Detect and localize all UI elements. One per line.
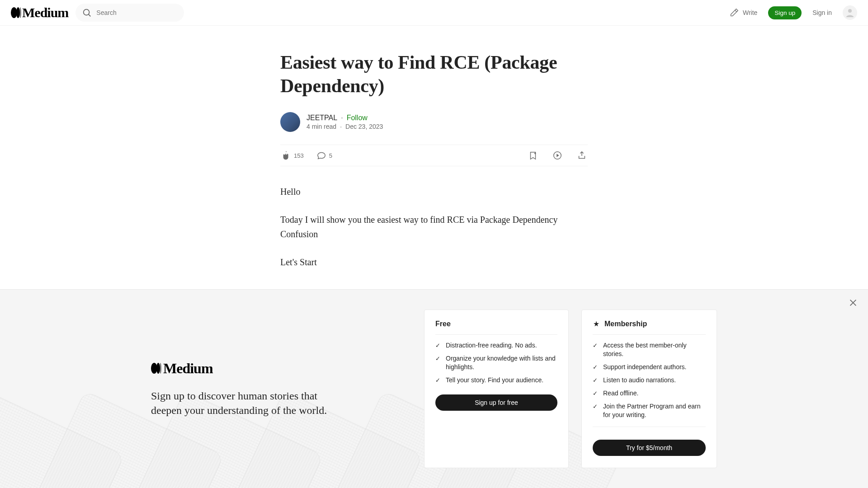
member-plan-title-text: Membership xyxy=(604,320,647,328)
publish-date: Dec 23, 2023 xyxy=(345,123,383,130)
follow-button[interactable]: Follow xyxy=(347,114,368,122)
comment-count: 5 xyxy=(329,152,332,159)
share-button[interactable] xyxy=(577,150,587,160)
modal-logo: Medium xyxy=(151,360,395,377)
read-time: 4 min read xyxy=(307,123,336,130)
svg-point-0 xyxy=(84,9,90,15)
feature-item: Read offline. xyxy=(593,389,706,398)
paragraph: Today I will show you the easiest way to… xyxy=(280,212,588,241)
member-plan-title: Membership xyxy=(593,320,706,335)
separator-dot: · xyxy=(340,123,342,130)
free-plan-title: Free xyxy=(435,320,557,335)
svg-point-2 xyxy=(848,9,852,13)
author-row: JEETPAL · Follow 4 min read · Dec 23, 20… xyxy=(280,112,588,132)
star-icon xyxy=(593,320,600,328)
feature-item: Support independent authors. xyxy=(593,363,706,371)
modal-content: Medium Sign up to discover human stories… xyxy=(0,290,868,488)
author-name[interactable]: JEETPAL xyxy=(307,114,337,122)
site-header: Medium Write Sign up Sign in xyxy=(0,0,868,26)
clap-count: 153 xyxy=(294,152,304,159)
try-membership-button[interactable]: Try for $5/month xyxy=(593,440,706,456)
modal-pitch: Medium Sign up to discover human stories… xyxy=(151,360,395,418)
separator-dot: · xyxy=(341,114,343,122)
search-icon xyxy=(82,8,92,18)
logo-text: Medium xyxy=(22,5,68,20)
clap-button[interactable]: 153 xyxy=(281,150,304,160)
article-body: Hello Today I will show you the easiest … xyxy=(280,184,588,269)
header-right: Write Sign up Sign in xyxy=(729,5,857,20)
share-icon xyxy=(577,150,587,160)
feature-item: Access the best member-only stories. xyxy=(593,341,706,358)
logo-mark-icon xyxy=(11,7,21,18)
play-circle-icon xyxy=(552,150,562,160)
bookmark-button[interactable] xyxy=(528,150,538,160)
article-title: Easiest way to Find RCE (Package Depende… xyxy=(280,51,588,98)
header-left: Medium xyxy=(11,4,184,22)
search-box[interactable] xyxy=(75,4,184,22)
write-button[interactable]: Write xyxy=(729,8,757,18)
site-logo[interactable]: Medium xyxy=(11,5,68,20)
feature-item: Tell your story. Find your audience. xyxy=(435,376,557,385)
clap-icon xyxy=(281,150,291,160)
comment-icon xyxy=(316,150,326,160)
engagement-bar: 153 5 xyxy=(280,145,588,166)
article: Easiest way to Find RCE (Package Depende… xyxy=(280,26,588,269)
author-info: JEETPAL · Follow 4 min read · Dec 23, 20… xyxy=(307,114,383,130)
signup-free-button[interactable]: Sign up for free xyxy=(435,394,557,411)
modal-tagline: Sign up to discover human stories that d… xyxy=(151,389,341,418)
write-icon xyxy=(729,8,739,18)
paragraph: Hello xyxy=(280,184,588,199)
search-input[interactable] xyxy=(96,9,178,16)
modal-logo-text: Medium xyxy=(163,360,213,377)
comment-button[interactable]: 5 xyxy=(316,150,332,160)
paragraph: Let's Start xyxy=(280,255,588,269)
signup-button[interactable]: Sign up xyxy=(768,6,802,19)
plan-cards: Free Distraction-free reading. No ads. O… xyxy=(424,310,717,468)
feature-item: Listen to audio narrations. xyxy=(593,376,706,385)
svg-line-1 xyxy=(89,14,91,17)
listen-button[interactable] xyxy=(552,150,562,160)
member-feature-list: Access the best member-only stories. Sup… xyxy=(593,341,706,427)
bookmark-icon xyxy=(528,150,538,160)
user-avatar[interactable] xyxy=(843,5,857,20)
signin-link[interactable]: Sign in xyxy=(812,9,832,16)
author-avatar[interactable] xyxy=(280,112,300,132)
user-icon xyxy=(844,7,855,18)
free-feature-list: Distraction-free reading. No ads. Organi… xyxy=(435,341,557,385)
free-plan-card: Free Distraction-free reading. No ads. O… xyxy=(424,310,569,468)
logo-mark-icon xyxy=(151,363,161,374)
feature-item: Organize your knowledge with lists and h… xyxy=(435,354,557,371)
member-plan-card: Membership Access the best member-only s… xyxy=(581,310,717,468)
feature-item: Join the Partner Program and earn for yo… xyxy=(593,402,706,419)
feature-item: Distraction-free reading. No ads. xyxy=(435,341,557,350)
signup-modal: Medium Sign up to discover human stories… xyxy=(0,289,868,488)
write-label: Write xyxy=(743,9,757,16)
